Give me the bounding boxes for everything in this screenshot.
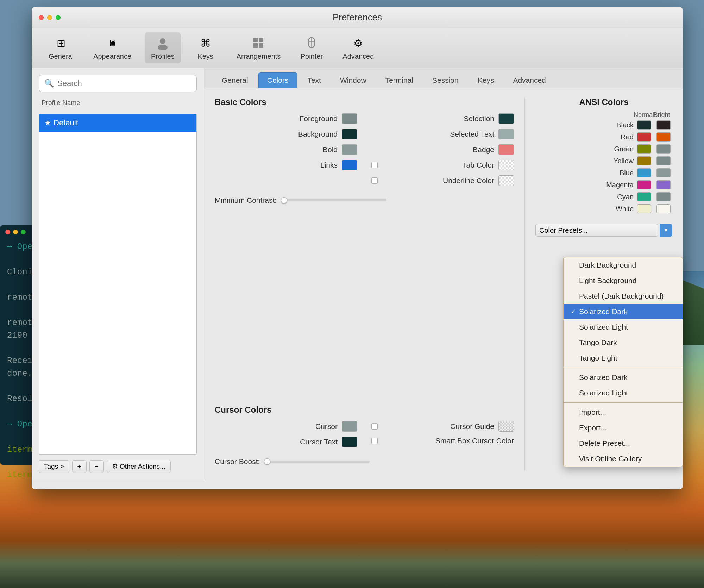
profile-item-default[interactable]: ★ Default	[39, 114, 196, 132]
underline-color-checkbox[interactable]	[371, 177, 378, 184]
cursor-guide-checkbox[interactable]	[371, 423, 378, 430]
ansi-normal-green[interactable]	[637, 144, 651, 154]
tab-terminal[interactable]: Terminal	[377, 72, 422, 88]
ansi-bright-green[interactable]	[656, 144, 671, 154]
tags-button[interactable]: Tags >	[39, 460, 69, 473]
tab-color-checkbox[interactable]	[371, 162, 378, 168]
tab-text[interactable]: Text	[298, 72, 330, 88]
dropdown-item-export[interactable]: Export...	[564, 420, 683, 436]
dropdown-item-solarized_dark[interactable]: ✓Solarized Dark	[564, 304, 683, 319]
links-swatch[interactable]	[342, 160, 357, 170]
dropdown-label-delete_preset: Delete Preset...	[579, 439, 630, 448]
ansi-header: Normal Bright	[535, 111, 672, 119]
keys-icon: ⌘	[198, 35, 213, 51]
color-presets-chevron[interactable]: ▼	[660, 224, 672, 237]
selected-text-swatch[interactable]	[498, 129, 514, 139]
ansi-normal-blue[interactable]	[637, 168, 651, 177]
selected-text-label: Selected Text	[371, 130, 494, 138]
ansi-normal-magenta[interactable]	[637, 180, 651, 189]
color-presets-dropdown[interactable]: Color Presets...	[535, 224, 658, 237]
cursor-boost-slider[interactable]	[264, 461, 370, 463]
ansi-row-yellow: Yellow	[535, 156, 672, 165]
dropdown-item-solarized_light2[interactable]: Solarized Light	[564, 385, 683, 401]
selection-swatch[interactable]	[498, 113, 514, 124]
toolbar-item-keys[interactable]: ⌘ Keys	[188, 32, 223, 63]
dropdown-separator-6	[564, 368, 683, 368]
tab-keys[interactable]: Keys	[469, 72, 503, 88]
title-bar: Preferences	[32, 7, 683, 28]
smart-box-checkbox[interactable]	[371, 438, 378, 444]
ansi-normal-cyan[interactable]	[637, 192, 651, 201]
dropdown-item-pastel_dark[interactable]: Pastel (Dark Background)	[564, 288, 683, 304]
dropdown-item-tango_dark[interactable]: Tango Dark	[564, 335, 683, 350]
dropdown-item-delete_preset[interactable]: Delete Preset...	[564, 436, 683, 451]
dropdown-item-visit_gallery[interactable]: Visit Online Gallery	[564, 451, 683, 467]
color-row-selected-text: Selected Text	[371, 129, 514, 139]
ansi-normal-yellow[interactable]	[637, 156, 651, 165]
dropdown-item-import[interactable]: Import...	[564, 405, 683, 420]
color-row-tab-color: Tab Color	[371, 160, 514, 170]
toolbar-item-profiles[interactable]: Profiles	[145, 32, 181, 63]
minimum-contrast-slider[interactable]	[281, 199, 386, 201]
badge-swatch[interactable]	[498, 144, 514, 155]
background-swatch[interactable]	[342, 129, 357, 139]
ansi-bright-magenta[interactable]	[656, 180, 671, 189]
remove-profile-button[interactable]: −	[89, 460, 104, 473]
toolbar-item-arrangements[interactable]: Arrangements	[230, 32, 287, 63]
terminal-minimize-btn[interactable]	[13, 230, 18, 234]
toolbar-label-profiles: Profiles	[151, 52, 175, 61]
dropdown-item-solarized_dark2[interactable]: Solarized Dark	[564, 370, 683, 385]
dropdown-item-tango_light[interactable]: Tango Light	[564, 350, 683, 366]
tab-session[interactable]: Session	[423, 72, 467, 88]
other-actions-button[interactable]: ⚙ Other Actions...	[107, 460, 171, 473]
search-box[interactable]: 🔍	[39, 75, 197, 92]
cursor-colors-right: Cursor Guide Smart Box Cursor Color	[371, 421, 514, 452]
window-close-btn[interactable]	[39, 15, 44, 20]
ansi-bright-white[interactable]	[656, 204, 671, 213]
advanced-icon: ⚙	[351, 35, 366, 51]
dropdown-item-light_bg[interactable]: Light Background	[564, 273, 683, 288]
terminal-close-btn[interactable]	[5, 230, 10, 234]
bold-swatch[interactable]	[342, 144, 357, 155]
toolbar-item-pointer[interactable]: Pointer	[294, 32, 329, 63]
add-profile-button[interactable]: +	[72, 460, 87, 473]
ansi-bright-yellow[interactable]	[656, 156, 671, 165]
color-row-cursor: Cursor	[215, 421, 357, 432]
tab-window[interactable]: Window	[331, 72, 375, 88]
dropdown-label-solarized_dark: Solarized Dark	[579, 307, 628, 316]
window-zoom-btn[interactable]	[56, 15, 61, 20]
ansi-bright-cyan[interactable]	[656, 192, 671, 201]
cursor-label: Cursor	[215, 422, 338, 431]
ansi-bright-black[interactable]	[656, 120, 671, 130]
tab-color-swatch[interactable]	[498, 160, 514, 170]
dropdown-label-visit_gallery: Visit Online Gallery	[579, 455, 642, 463]
toolbar-item-general[interactable]: ⊞ General	[42, 32, 80, 63]
dropdown-item-dark_bg[interactable]: Dark Background	[564, 257, 683, 273]
links-label: Links	[215, 161, 338, 169]
ansi-bright-red[interactable]	[656, 132, 671, 142]
window-minimize-btn[interactable]	[47, 15, 52, 20]
terminal-zoom-btn[interactable]	[21, 230, 26, 234]
ansi-normal-red[interactable]	[637, 132, 651, 142]
cursor-swatch[interactable]	[342, 421, 357, 432]
ansi-normal-white[interactable]	[637, 204, 651, 213]
ansi-normal-black[interactable]	[637, 120, 651, 130]
tab-colors[interactable]: Colors	[258, 72, 297, 88]
dropdown-item-solarized_light[interactable]: Solarized Light	[564, 319, 683, 335]
search-icon: 🔍	[44, 79, 54, 88]
tab-general[interactable]: General	[213, 72, 257, 88]
toolbar-item-appearance[interactable]: 🖥 Appearance	[87, 32, 138, 63]
tab-advanced[interactable]: Advanced	[504, 72, 554, 88]
search-input[interactable]	[57, 79, 191, 88]
toolbar-item-advanced[interactable]: ⚙ Advanced	[336, 32, 380, 63]
appearance-icon: 🖥	[105, 35, 120, 51]
ansi-bright-blue[interactable]	[656, 168, 671, 177]
window-controls	[39, 15, 61, 20]
color-row-smart-box: Smart Box Cursor Color	[371, 437, 514, 445]
toolbar-label-keys: Keys	[198, 52, 213, 61]
cursor-guide-swatch[interactable]	[498, 421, 514, 432]
foreground-swatch[interactable]	[342, 113, 357, 124]
cursor-text-swatch[interactable]	[342, 437, 357, 447]
underline-color-swatch[interactable]	[498, 175, 514, 186]
ansi-name-blue: Blue	[535, 169, 634, 177]
